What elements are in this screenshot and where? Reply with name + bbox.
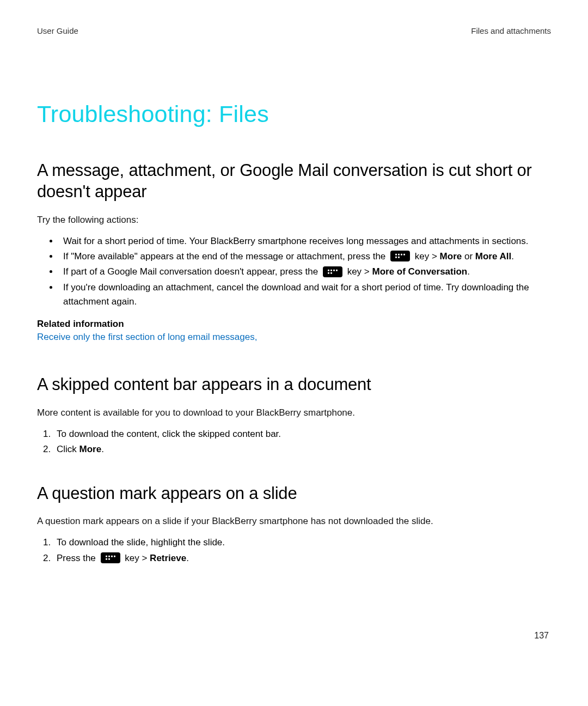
step-bold: More [79, 444, 102, 454]
page-title: Troubleshooting: Files [37, 101, 551, 127]
step-item: To download the content, click the skipp… [53, 427, 551, 441]
menu-key-icon [390, 251, 410, 261]
bullet-item: Wait for a short period of time. Your Bl… [59, 234, 551, 248]
page: User Guide Files and attachments Trouble… [0, 0, 588, 565]
menu-key-icon [101, 552, 120, 563]
step-text: . [101, 444, 104, 454]
bullet-item: If part of a Google Mail conversation do… [59, 265, 551, 279]
menu-key-icon [323, 266, 342, 277]
bullet-text: If part of a Google Mail conversation do… [63, 266, 321, 277]
bullet-text: or [462, 251, 475, 261]
section-heading-skipped: A skipped content bar appears in a docum… [37, 374, 551, 395]
bullet-item: If "More available" appears at the end o… [59, 249, 551, 264]
bullet-item: If you're downloading an attachment, can… [59, 281, 551, 309]
section1-intro: Try the following actions: [37, 215, 551, 226]
header-right: Files and attachments [471, 26, 551, 35]
bullet-bold: More of Conversation [372, 266, 467, 277]
step-item: To download the slide, highlight the sli… [53, 535, 551, 550]
bullet-text: key > [345, 266, 372, 277]
related-link[interactable]: Receive only the first section of long e… [37, 332, 257, 343]
step-item: Press the key > Retrieve. [53, 551, 551, 565]
section2-steps: To download the content, click the skipp… [37, 427, 551, 457]
step-text: Click [57, 444, 79, 454]
step-text: . [186, 553, 189, 563]
bullet-text: . [467, 266, 470, 277]
step-bold: Retrieve [150, 553, 186, 563]
section-heading-cutshort: A message, attachment, or Google Mail co… [37, 160, 551, 203]
step-item: Click More. [53, 442, 551, 457]
section-heading-questionmark: A question mark appears on a slide [37, 483, 551, 504]
bullet-text: If "More available" appears at the end o… [63, 251, 388, 261]
step-text: Press the [57, 553, 99, 563]
header-left: User Guide [37, 26, 78, 35]
related-info-heading: Related information [37, 319, 551, 330]
section3-intro: A question mark appears on a slide if yo… [37, 516, 551, 527]
page-header: User Guide Files and attachments [37, 26, 551, 35]
bullet-bold: More [440, 251, 462, 261]
section3-steps: To download the slide, highlight the sli… [37, 535, 551, 565]
section1-bullets: Wait for a short period of time. Your Bl… [37, 234, 551, 309]
section2-intro: More content is available for you to dow… [37, 407, 551, 418]
page-number: 137 [534, 631, 549, 641]
bullet-bold: More All [475, 251, 511, 261]
step-text: key > [122, 553, 150, 563]
bullet-text: . [511, 251, 514, 261]
bullet-text: key > [412, 251, 440, 261]
